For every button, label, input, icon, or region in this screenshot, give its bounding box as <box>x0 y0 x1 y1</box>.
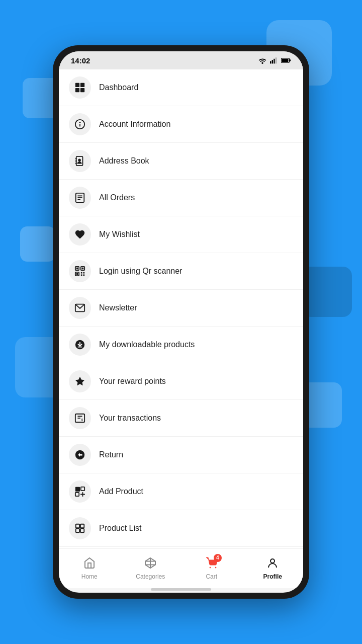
product-list-icon <box>74 523 85 534</box>
reward-points-label: Your reward points <box>99 377 166 386</box>
svg-point-15 <box>78 158 81 162</box>
menu-item-transactions[interactable]: $ Your transactions <box>59 400 303 437</box>
newsletter-icon-circle <box>69 297 91 319</box>
transactions-label: Your transactions <box>99 414 161 423</box>
dashboard-label: Dashboard <box>99 83 138 92</box>
home-nav-label: Home <box>81 573 98 580</box>
return-label: Return <box>99 450 123 459</box>
qr-icon-circle <box>69 260 91 282</box>
product-list-label: Product List <box>99 524 141 533</box>
svg-rect-43 <box>75 487 80 492</box>
all-orders-icon-circle <box>69 187 91 209</box>
menu-item-my-wishlist[interactable]: My Wishlist <box>59 216 303 253</box>
svg-rect-50 <box>76 529 79 532</box>
address-book-icon <box>74 155 85 167</box>
svg-rect-7 <box>75 83 79 87</box>
menu-item-login-qr[interactable]: Login using Qr scanner <box>59 253 303 290</box>
nav-item-profile[interactable]: Profile <box>242 557 304 580</box>
wishlist-label: My Wishlist <box>99 230 140 239</box>
menu-item-add-product[interactable]: Add Product <box>59 473 303 510</box>
signal-icon <box>270 57 278 64</box>
svg-rect-26 <box>76 268 78 270</box>
address-book-label: Address Book <box>99 156 149 166</box>
menu-item-address-book[interactable]: Address Book <box>59 143 303 180</box>
add-product-icon-circle <box>69 480 91 503</box>
svg-rect-28 <box>76 273 78 275</box>
svg-rect-2 <box>274 59 275 64</box>
svg-rect-32 <box>83 274 84 276</box>
menu-item-dashboard[interactable]: Dashboard <box>59 69 303 106</box>
svg-marker-37 <box>75 377 84 385</box>
categories-nav-icon <box>144 557 156 571</box>
svg-point-57 <box>210 567 211 568</box>
orders-icon <box>74 192 85 203</box>
svg-rect-1 <box>272 60 273 63</box>
heart-icon <box>74 229 85 240</box>
mail-icon <box>74 302 85 313</box>
cart-badge: 4 <box>214 554 222 562</box>
nav-item-home[interactable]: Home <box>59 557 120 580</box>
add-product-icon <box>74 486 85 497</box>
product-list-icon-circle <box>69 517 91 539</box>
dashboard-icon-circle <box>69 76 91 99</box>
svg-rect-10 <box>80 88 84 92</box>
menu-item-account-information[interactable]: Account Information <box>59 106 303 143</box>
nav-item-cart[interactable]: 4 Cart <box>181 557 242 580</box>
add-product-label: Add Product <box>99 487 143 496</box>
account-info-label: Account Information <box>99 120 170 129</box>
svg-point-58 <box>215 567 216 568</box>
home-icon <box>83 557 96 569</box>
svg-rect-6 <box>282 59 288 62</box>
svg-rect-27 <box>82 268 84 270</box>
svg-rect-9 <box>75 88 79 92</box>
menu-item-reward-points[interactable]: Your reward points <box>59 363 303 400</box>
svg-rect-31 <box>81 274 82 276</box>
svg-rect-49 <box>80 524 84 528</box>
menu-item-return[interactable]: Return <box>59 437 303 473</box>
wishlist-icon-circle <box>69 223 91 246</box>
battery-icon <box>281 57 291 64</box>
svg-rect-48 <box>76 524 79 528</box>
nav-item-categories[interactable]: Categories <box>120 557 182 580</box>
cart-nav-icon: 4 <box>206 557 218 571</box>
categories-icon <box>144 557 156 569</box>
svg-point-59 <box>270 559 275 563</box>
menu-list: Dashboard Account Information <box>59 69 303 548</box>
menu-item-newsletter[interactable]: Newsletter <box>59 290 303 327</box>
menu-item-downloadable-products[interactable]: My downloadable products <box>59 327 303 363</box>
svg-rect-13 <box>79 124 80 127</box>
qr-icon <box>74 266 85 277</box>
profile-icon <box>266 557 279 569</box>
home-indicator <box>151 588 211 591</box>
status-time: 14:02 <box>71 56 90 65</box>
menu-item-all-orders[interactable]: All Orders <box>59 180 303 216</box>
svg-rect-0 <box>270 61 271 64</box>
home-nav-icon <box>83 557 96 571</box>
status-icons <box>258 57 291 64</box>
newsletter-label: Newsletter <box>99 303 137 312</box>
download-icon <box>74 339 85 350</box>
transaction-icon: $ <box>74 413 85 424</box>
categories-nav-label: Categories <box>136 573 165 580</box>
phone-frame: 14:02 <box>53 45 309 599</box>
star-icon <box>74 376 85 387</box>
svg-point-12 <box>79 122 81 123</box>
svg-rect-30 <box>83 272 84 274</box>
wifi-icon <box>258 57 267 64</box>
account-info-icon-circle <box>69 113 91 135</box>
transaction-icon-circle: $ <box>69 407 91 429</box>
download-icon-circle <box>69 334 91 356</box>
reward-icon-circle <box>69 370 91 392</box>
svg-rect-5 <box>290 59 291 61</box>
all-orders-label: All Orders <box>99 193 135 202</box>
return-icon <box>74 449 85 460</box>
svg-rect-8 <box>80 83 84 87</box>
status-bar: 14:02 <box>59 51 303 69</box>
svg-rect-3 <box>276 57 277 63</box>
svg-rect-29 <box>81 272 82 274</box>
address-book-icon-circle <box>69 150 91 172</box>
profile-nav-label: Profile <box>263 573 282 580</box>
dashboard-icon <box>74 82 85 93</box>
svg-rect-45 <box>75 493 79 496</box>
menu-item-product-list[interactable]: Product List <box>59 510 303 547</box>
